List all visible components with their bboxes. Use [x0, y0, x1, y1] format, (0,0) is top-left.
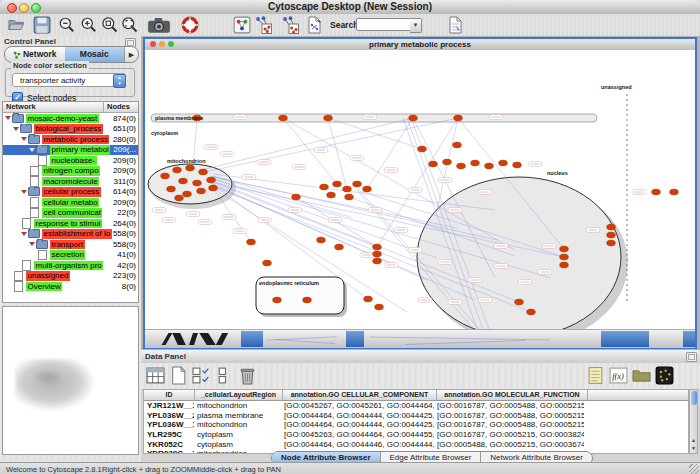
- table-cell[interactable]: YPL036W__1: [144, 420, 194, 430]
- table-cell[interactable]: cytoplasm: [194, 440, 281, 450]
- table-row[interactable]: YLR295Ccytoplasm[GO:0045263, GO:0044464,…: [144, 430, 688, 440]
- network-edge[interactable]: [213, 174, 495, 210]
- network-node[interactable]: [279, 115, 288, 121]
- tab-network[interactable]: Network: [5, 47, 65, 62]
- tree-row-label[interactable]: cellular metabo: [42, 198, 99, 208]
- apply-layout-icon[interactable]: [233, 16, 251, 34]
- network-node[interactable]: [179, 178, 188, 184]
- network-node[interactable]: [607, 232, 616, 238]
- network-node[interactable]: [373, 258, 382, 264]
- expand-triangle-icon[interactable]: [21, 190, 27, 194]
- table-row[interactable]: YKR052Ccytoplasm[GO:0044464, GO:0044446,…: [144, 440, 688, 450]
- table-cell[interactable]: plasma membrane: [194, 411, 281, 421]
- table-row[interactable]: YPL036W__1mitochondrion[GO:0044464, GO:0…: [144, 420, 688, 430]
- tree-row-label[interactable]: cellular process: [42, 187, 101, 197]
- help-ring-icon[interactable]: [181, 16, 199, 34]
- tree-row-label[interactable]: Overview: [26, 282, 62, 292]
- network-node[interactable]: [670, 189, 679, 195]
- network-node[interactable]: [173, 167, 182, 173]
- table-cell[interactable]: YLR295C: [144, 430, 194, 440]
- network-node[interactable]: [167, 186, 176, 192]
- network-node[interactable]: [418, 146, 427, 152]
- tree-row-label[interactable]: mosaic-demo-yeast: [26, 114, 99, 124]
- table-row[interactable]: YPL036W__2plasma membrane[GO:0044464, GO…: [144, 411, 688, 421]
- table-cell[interactable]: [GO:0016787, GO:0005488, GO:0005215, G..…: [434, 411, 584, 421]
- network-node[interactable]: [247, 239, 256, 245]
- tree-row[interactable]: Overview8(0): [3, 281, 138, 292]
- tab-mosaic[interactable]: Mosaic: [65, 47, 125, 62]
- network-node[interactable]: [199, 169, 208, 175]
- network-node[interactable]: [513, 162, 522, 168]
- delete-attribute-trash-icon[interactable]: [238, 366, 257, 385]
- tree-row-label[interactable]: unassigned: [26, 271, 70, 281]
- table-cell[interactable]: mitochondrion: [194, 449, 281, 454]
- tree-row[interactable]: mosaic-demo-yeast874(0): [3, 113, 138, 124]
- table-cell[interactable]: [GO:0016787, GO:0005488, GO:0005215, G..…: [434, 420, 584, 430]
- network-node[interactable]: [161, 173, 170, 179]
- network-edge[interactable]: [283, 118, 337, 184]
- import-network-icon[interactable]: [307, 16, 322, 34]
- network-node[interactable]: [292, 194, 301, 200]
- network-node[interactable]: [560, 246, 569, 252]
- table-cell[interactable]: [GO:0005488, GO:0005215, GO:0003674]: [434, 440, 584, 450]
- tree-row[interactable]: cell communicat22(0): [3, 208, 138, 219]
- network-edge[interactable]: [328, 118, 422, 149]
- birdseye-view-panel[interactable]: [2, 306, 139, 455]
- data-panel-float-icon[interactable]: [686, 352, 697, 362]
- table-cell[interactable]: [GO:0044464, GO:0044444, GO:0044425, G..…: [281, 420, 434, 430]
- import-attributes-folder-icon[interactable]: [632, 366, 651, 385]
- scrollbar-arrows[interactable]: ▲▼: [690, 436, 697, 453]
- table-cell[interactable]: YKR052C: [144, 440, 194, 450]
- network-node[interactable]: [197, 188, 206, 194]
- expand-triangle-icon[interactable]: [13, 127, 19, 131]
- attribute-table-header[interactable]: ID_cellularLayoutRegionannotation.GO CEL…: [144, 390, 688, 401]
- network-edge[interactable]: [328, 118, 347, 189]
- save-session-icon[interactable]: [33, 16, 51, 34]
- network-node[interactable]: [409, 115, 418, 121]
- attribute-table-icon[interactable]: [146, 366, 165, 385]
- table-column-header[interactable]: _cellularLayoutRegion: [195, 390, 283, 400]
- network-node[interactable]: [375, 304, 384, 310]
- network-node[interactable]: [607, 240, 616, 246]
- network-node[interactable]: [273, 297, 282, 303]
- table-scrollbar[interactable]: ▲▼: [689, 389, 698, 454]
- tree-row-label[interactable]: secretion: [50, 250, 85, 260]
- network-node[interactable]: [207, 177, 216, 183]
- open-session-icon[interactable]: [8, 16, 26, 34]
- new-network-selected-edges-icon[interactable]: [281, 16, 299, 34]
- network-node[interactable]: [343, 186, 352, 192]
- network-node[interactable]: [193, 180, 202, 186]
- network-node[interactable]: [263, 260, 272, 266]
- network-node[interactable]: [363, 186, 372, 192]
- table-cell[interactable]: YDR039C__1: [144, 449, 194, 454]
- tree-row[interactable]: primary metabol209(...: [3, 145, 138, 156]
- network-edge[interactable]: [201, 118, 413, 170]
- search-input[interactable]: [356, 18, 412, 31]
- tree-row[interactable]: multi-organism pro42(0): [3, 260, 138, 271]
- tree-row[interactable]: macromolecule311(0): [3, 176, 138, 187]
- table-cell[interactable]: mitochondrion: [194, 401, 281, 411]
- network-node[interactable]: [515, 299, 524, 305]
- table-column-header[interactable]: annotation.GO MOLECULAR_FUNCTION: [437, 390, 588, 400]
- snapshot-camera-icon[interactable]: [147, 16, 171, 34]
- tree-header[interactable]: Network Nodes: [3, 102, 138, 113]
- tree-row[interactable]: secretion41(0): [3, 250, 138, 261]
- attribute-matrix-icon[interactable]: [655, 366, 674, 385]
- network-node[interactable]: [560, 254, 569, 260]
- expand-triangle-icon[interactable]: [21, 137, 27, 141]
- network-node[interactable]: [527, 309, 536, 315]
- attribute-notes-icon[interactable]: [586, 366, 605, 385]
- tree-row-label[interactable]: establishment of lo: [42, 229, 112, 239]
- table-cell[interactable]: YPL036W__2: [144, 411, 194, 421]
- new-network-selected-nodes-icon[interactable]: [254, 16, 272, 34]
- table-column-header[interactable]: annotation.GO CELLULAR_COMPONENT: [283, 390, 437, 400]
- tree-row[interactable]: biological_process651(0): [3, 124, 138, 135]
- network-node[interactable]: [652, 189, 661, 195]
- table-cell[interactable]: [GO:0016787, GO:0005215, GO:0003824, G..…: [434, 430, 584, 440]
- table-cell[interactable]: cytoplasm: [194, 430, 281, 440]
- network-node[interactable]: [209, 185, 218, 191]
- tree-row-label[interactable]: macromolecule: [42, 177, 99, 187]
- table-column-header[interactable]: ID: [144, 390, 195, 400]
- tree-row-label[interactable]: nitrogen compo: [42, 166, 100, 176]
- search-config-icon[interactable]: [448, 16, 463, 34]
